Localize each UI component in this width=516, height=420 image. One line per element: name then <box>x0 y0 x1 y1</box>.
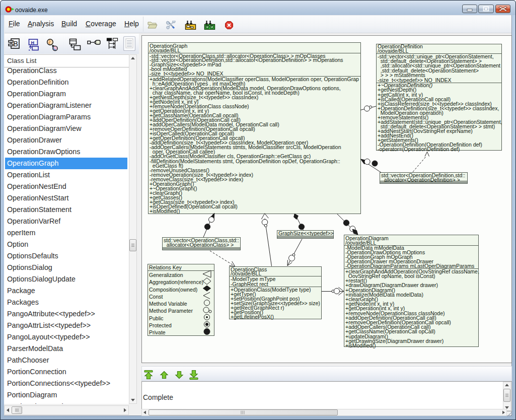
svg-text:B: B <box>14 40 18 48</box>
svg-text:H: H <box>31 40 35 45</box>
